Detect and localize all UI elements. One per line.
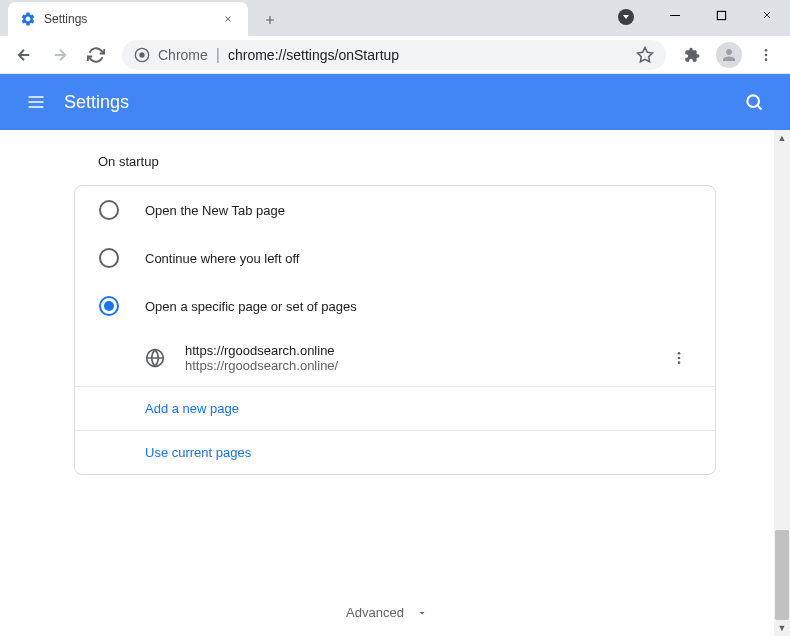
svg-point-10 bbox=[678, 352, 681, 355]
radio-button[interactable] bbox=[99, 200, 119, 220]
page-entry-title: https://rgoodsearch.online bbox=[185, 343, 643, 358]
settings-title: Settings bbox=[64, 92, 129, 113]
scrollbar-thumb[interactable] bbox=[775, 530, 789, 620]
chevron-down-icon bbox=[416, 607, 428, 619]
radio-option-continue[interactable]: Continue where you left off bbox=[75, 234, 715, 282]
startup-card: Open the New Tab page Continue where you… bbox=[74, 185, 716, 475]
scroll-up-icon[interactable]: ▲ bbox=[774, 130, 790, 146]
scrollbar[interactable]: ▲ ▼ bbox=[774, 130, 790, 636]
section-heading: On startup bbox=[74, 154, 716, 169]
search-settings-button[interactable] bbox=[734, 82, 774, 122]
radio-button[interactable] bbox=[99, 248, 119, 268]
extensions-icon[interactable] bbox=[676, 39, 708, 71]
reload-button[interactable] bbox=[80, 39, 112, 71]
omnibox-url: chrome://settings/onStartup bbox=[228, 47, 399, 63]
new-tab-button[interactable] bbox=[256, 6, 284, 34]
radio-option-specific[interactable]: Open a specific page or set of pages bbox=[75, 282, 715, 330]
radio-label: Open a specific page or set of pages bbox=[145, 299, 357, 314]
svg-marker-4 bbox=[638, 47, 653, 61]
hamburger-menu-button[interactable] bbox=[16, 82, 56, 122]
omnibox-prefix: Chrome bbox=[158, 47, 208, 63]
close-tab-icon[interactable] bbox=[220, 11, 236, 27]
scroll-down-icon[interactable]: ▼ bbox=[774, 620, 790, 636]
back-button[interactable] bbox=[8, 39, 40, 71]
bookmark-star-icon[interactable] bbox=[636, 46, 654, 64]
profile-avatar[interactable] bbox=[716, 42, 742, 68]
minimize-button[interactable] bbox=[652, 0, 698, 30]
svg-point-5 bbox=[765, 49, 768, 52]
svg-rect-0 bbox=[670, 15, 680, 16]
chrome-icon bbox=[134, 47, 150, 63]
tab-title: Settings bbox=[44, 12, 212, 26]
settings-header: Settings bbox=[0, 74, 790, 130]
browser-titlebar: Settings bbox=[0, 0, 790, 36]
browser-tab[interactable]: Settings bbox=[8, 2, 248, 36]
page-entry-more-icon[interactable] bbox=[663, 342, 695, 374]
svg-point-11 bbox=[678, 357, 681, 360]
address-bar[interactable]: Chrome | chrome://settings/onStartup bbox=[122, 40, 666, 70]
media-control-icon[interactable] bbox=[618, 9, 634, 25]
browser-toolbar: Chrome | chrome://settings/onStartup bbox=[0, 36, 790, 74]
page-info: https://rgoodsearch.online https://rgood… bbox=[185, 343, 643, 373]
advanced-label: Advanced bbox=[346, 605, 404, 620]
use-current-pages-link[interactable]: Use current pages bbox=[75, 430, 715, 474]
radio-label: Open the New Tab page bbox=[145, 203, 285, 218]
svg-point-8 bbox=[747, 95, 759, 107]
startup-page-entry: https://rgoodsearch.online https://rgood… bbox=[75, 330, 715, 386]
globe-icon bbox=[145, 348, 165, 368]
radio-button-selected[interactable] bbox=[99, 296, 119, 316]
radio-label: Continue where you left off bbox=[145, 251, 299, 266]
svg-point-3 bbox=[139, 52, 144, 57]
window-controls bbox=[652, 0, 790, 30]
close-window-button[interactable] bbox=[744, 0, 790, 30]
svg-point-7 bbox=[765, 58, 768, 61]
settings-gear-icon bbox=[20, 11, 36, 27]
advanced-toggle[interactable]: Advanced bbox=[0, 589, 774, 636]
radio-option-newtab[interactable]: Open the New Tab page bbox=[75, 186, 715, 234]
svg-rect-1 bbox=[717, 11, 725, 19]
svg-point-12 bbox=[678, 361, 681, 364]
omnibox-divider: | bbox=[216, 46, 220, 64]
chrome-menu-icon[interactable] bbox=[750, 39, 782, 71]
settings-content: On startup Open the New Tab page Continu… bbox=[0, 130, 790, 636]
svg-point-6 bbox=[765, 53, 768, 56]
page-entry-url: https://rgoodsearch.online/ bbox=[185, 358, 643, 373]
add-new-page-link[interactable]: Add a new page bbox=[75, 386, 715, 430]
forward-button[interactable] bbox=[44, 39, 76, 71]
maximize-button[interactable] bbox=[698, 0, 744, 30]
